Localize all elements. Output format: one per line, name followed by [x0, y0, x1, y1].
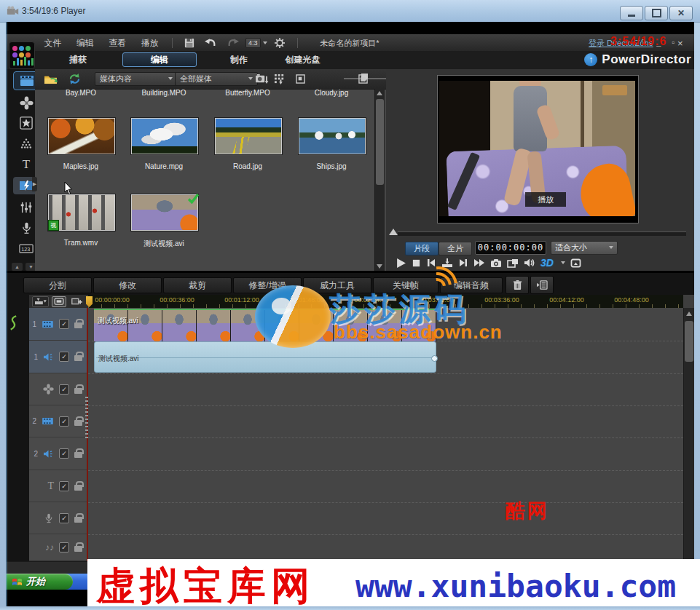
preview-window-button[interactable]: [507, 258, 519, 268]
large-thumbnail-icon[interactable]: [358, 74, 368, 84]
scroll-down-arrow[interactable]: [377, 264, 382, 269]
track-enable-checkbox[interactable]: [59, 448, 69, 459]
media-thumbnail-ships[interactable]: [299, 118, 366, 154]
track-enable-checkbox[interactable]: [59, 513, 69, 523]
media-thumbnail-road[interactable]: [215, 118, 282, 154]
small-thumbnail-icon[interactable]: [296, 74, 305, 84]
menu-view[interactable]: 查看: [103, 34, 132, 52]
grid-download-icon[interactable]: [274, 74, 286, 84]
stop-button[interactable]: [412, 258, 421, 268]
modify-button[interactable]: 修改: [93, 277, 162, 293]
track-manager-button[interactable]: [530, 276, 554, 294]
track-lock-icon[interactable]: [74, 384, 83, 395]
media-item-label[interactable]: Ships.jpg: [296, 162, 366, 170]
track-lock-icon[interactable]: [74, 481, 83, 491]
track-enable-checkbox[interactable]: [59, 416, 69, 427]
track-enable-checkbox[interactable]: [59, 481, 69, 491]
save-icon[interactable]: [184, 38, 194, 48]
media-item-label[interactable]: 测试视频.avi: [129, 239, 199, 249]
app-close-icon[interactable]: ×: [677, 38, 683, 49]
media-item-label[interactable]: Tram.wmv: [46, 239, 116, 247]
tab-capture[interactable]: 捕获: [45, 54, 111, 66]
delete-button[interactable]: [506, 276, 529, 294]
media-thumbnail-testvideo[interactable]: [131, 194, 198, 231]
volume-button[interactable]: [524, 258, 535, 268]
menu-file[interactable]: 文件: [38, 34, 67, 52]
track-header-effect[interactable]: [29, 373, 88, 405]
track-header-voice[interactable]: [29, 502, 88, 534]
track-lock-icon[interactable]: [74, 448, 83, 459]
preview-seek-thumb[interactable]: [389, 229, 398, 235]
preview-seek-bar[interactable]: [398, 231, 686, 236]
sidebar-scroll-up-button[interactable]: ▲: [12, 263, 23, 271]
media-item-label[interactable]: Bay.MPO: [46, 89, 116, 97]
snapshot-button[interactable]: [490, 258, 502, 268]
zoom-fit-dropdown[interactable]: 适合大小: [551, 241, 618, 255]
timeline-audio-clip[interactable]: 测试视频.avi: [94, 341, 436, 373]
trim-button[interactable]: 裁剪: [163, 277, 232, 293]
panel-expander-arrow[interactable]: ▶: [32, 177, 37, 191]
track-header-music[interactable]: ♪♪: [29, 534, 88, 561]
start-button[interactable]: 开始: [6, 574, 73, 590]
track-enable-checkbox[interactable]: [59, 384, 69, 395]
library-scrollbar-thumb[interactable]: [376, 99, 384, 185]
timeline-view-button[interactable]: [52, 296, 66, 307]
library-filter-dropdown[interactable]: 全部媒体: [175, 72, 258, 86]
clip-mode-button[interactable]: 片段: [405, 242, 439, 256]
track-lock-icon[interactable]: [74, 352, 83, 362]
timecode-display[interactable]: 00:00:00:00: [475, 241, 546, 255]
library-scrollbar[interactable]: [374, 89, 385, 271]
track-enable-checkbox[interactable]: [59, 352, 69, 362]
timeline-content-area[interactable]: 测试视频.avi 测试视频.avi: [88, 308, 683, 561]
timeline-scrollbar-thumb[interactable]: [685, 321, 693, 362]
window-close-button[interactable]: ✕: [669, 6, 693, 20]
track-header-video-2[interactable]: 2: [29, 405, 88, 437]
header-splitter-handle[interactable]: [85, 397, 88, 439]
track-lock-icon[interactable]: [74, 542, 83, 552]
split-button[interactable]: 分割: [23, 277, 92, 293]
media-thumbnail-nature[interactable]: [131, 118, 198, 154]
fullscreen-button[interactable]: [570, 258, 581, 268]
library-source-dropdown[interactable]: 媒体内容: [95, 72, 178, 86]
redo-icon[interactable]: [227, 38, 239, 47]
track-ruler-dropdown-button[interactable]: [32, 296, 49, 307]
media-item-label[interactable]: Butterfly.MPO: [213, 89, 283, 97]
scroll-up-arrow[interactable]: [377, 91, 382, 95]
media-thumbnail-tram[interactable]: 视: [48, 194, 115, 231]
aspect-ratio-dropdown[interactable]: 4:3: [245, 38, 261, 48]
track-header-audio-1[interactable]: 1: [29, 341, 88, 373]
track-enable-checkbox[interactable]: [59, 319, 69, 329]
track-header-audio-2[interactable]: 2: [29, 437, 88, 470]
upgrade-arrow-icon[interactable]: ↑: [584, 53, 597, 66]
tab-produce[interactable]: 制作: [206, 54, 272, 66]
undo-icon[interactable]: [205, 38, 216, 47]
track-lock-icon[interactable]: [74, 513, 83, 523]
timeline-scrollbar[interactable]: [683, 308, 694, 561]
tab-create-disc[interactable]: 创建光盘: [268, 54, 337, 66]
window-minimize-button[interactable]: [620, 6, 643, 20]
fast-forward-button[interactable]: [473, 258, 485, 268]
tab-edit[interactable]: 编辑: [122, 52, 197, 67]
media-item-label[interactable]: Maples.jpg: [46, 162, 116, 170]
clip-resize-handle[interactable]: [431, 355, 438, 362]
media-thumbnail-maples[interactable]: [48, 118, 115, 154]
track-header-title[interactable]: T: [29, 470, 88, 502]
movie-mode-button[interactable]: 全片: [439, 242, 472, 256]
menu-play[interactable]: 播放: [135, 34, 165, 52]
threed-mode-button[interactable]: 3D: [540, 257, 554, 269]
media-item-label[interactable]: Road.jpg: [213, 162, 283, 170]
import-folder-icon[interactable]: [44, 74, 58, 84]
track-enable-checkbox[interactable]: [59, 542, 69, 552]
play-button[interactable]: [396, 258, 406, 269]
track-lock-icon[interactable]: [74, 416, 83, 427]
download-sync-icon[interactable]: [68, 73, 81, 85]
next-frame-button[interactable]: [458, 258, 468, 268]
track-lock-icon[interactable]: [74, 319, 83, 329]
window-maximize-button[interactable]: [645, 6, 668, 20]
capture-download-icon[interactable]: [255, 74, 269, 84]
preview-video-frame[interactable]: 播放: [437, 75, 639, 223]
media-item-label[interactable]: Nature.mpg: [129, 162, 199, 170]
media-item-label[interactable]: Cloudy.jpg: [296, 89, 366, 97]
threed-dropdown-arrow[interactable]: [561, 261, 565, 264]
track-header-video-1[interactable]: 1: [29, 308, 88, 341]
